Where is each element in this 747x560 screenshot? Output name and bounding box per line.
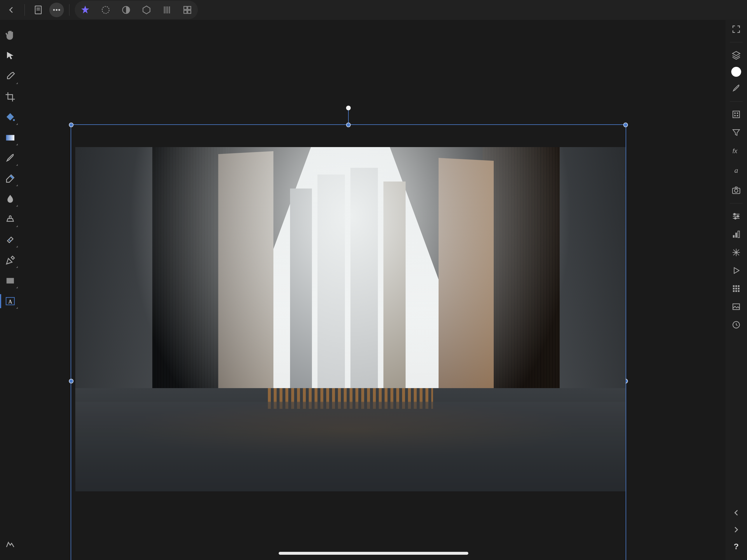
clone-tool[interactable] <box>3 212 17 226</box>
back-button[interactable] <box>3 2 19 18</box>
clock-icon <box>731 320 741 330</box>
crop-tool[interactable] <box>3 90 17 104</box>
selection-bounds[interactable] <box>71 124 626 560</box>
adjustments-panel-button[interactable] <box>730 126 743 139</box>
layers-icon <box>731 50 741 60</box>
submenu-indicator-icon <box>16 144 18 145</box>
separator <box>730 203 743 203</box>
svg-rect-30 <box>733 285 735 287</box>
move-tool[interactable] <box>3 49 17 63</box>
svg-rect-32 <box>738 285 740 287</box>
photo-persona-button[interactable] <box>77 2 93 18</box>
svg-rect-29 <box>738 231 740 238</box>
swatches-panel-button[interactable] <box>730 282 743 295</box>
erase-icon <box>5 173 16 184</box>
colour-panel-button[interactable] <box>731 67 741 77</box>
channels-icon <box>731 109 741 119</box>
svg-rect-28 <box>735 233 737 237</box>
brush-panel-icon <box>731 83 741 93</box>
document-menu-button[interactable] <box>30 2 46 18</box>
histogram-panel-button[interactable] <box>730 228 743 241</box>
grid-3x3-icon <box>731 284 741 294</box>
erase-tool[interactable] <box>3 172 17 185</box>
separator <box>730 42 743 42</box>
submenu-indicator-icon <box>16 205 18 207</box>
rectangle-tool[interactable] <box>3 274 17 288</box>
undo-button[interactable] <box>730 506 743 519</box>
svg-rect-15 <box>733 111 740 118</box>
svg-rect-6 <box>184 6 187 10</box>
rotation-handle[interactable] <box>346 106 351 110</box>
assets-panel-button[interactable] <box>730 300 743 313</box>
svg-point-25 <box>737 215 739 217</box>
canvas[interactable] <box>20 20 725 560</box>
fx-icon: fx <box>731 146 741 156</box>
submenu-indicator-icon <box>16 82 18 84</box>
resize-handle-tr[interactable] <box>623 123 628 127</box>
sliders-panel-button[interactable] <box>730 210 743 223</box>
submenu-indicator-icon <box>16 266 18 268</box>
channels-panel-button[interactable] <box>730 108 743 121</box>
svg-rect-35 <box>738 288 740 289</box>
text-tool[interactable]: A <box>3 294 17 308</box>
document-icon <box>33 5 44 15</box>
flood-fill-tool[interactable] <box>3 110 17 124</box>
home-indicator[interactable] <box>279 552 468 555</box>
filter-funnel-icon <box>731 128 741 137</box>
submenu-indicator-icon <box>16 246 18 248</box>
top-toolbar <box>0 0 747 20</box>
healing-tool[interactable] <box>3 233 17 247</box>
separator <box>730 101 743 102</box>
photo-persona-icon <box>80 5 91 15</box>
left-toolbar: A <box>0 20 20 560</box>
eyedropper-tool[interactable] <box>3 70 17 83</box>
chevron-right-icon <box>731 525 741 535</box>
right-bottom-group: ? <box>730 506 743 560</box>
picture-icon <box>731 302 741 312</box>
redo-button[interactable] <box>730 523 743 536</box>
paint-brush-tool[interactable] <box>3 151 17 165</box>
submenu-indicator-icon <box>16 164 18 166</box>
crop-icon <box>5 91 16 102</box>
pen-tool[interactable] <box>3 253 17 267</box>
more-ellipsis-icon <box>51 5 62 15</box>
gradient-tool[interactable] <box>3 131 17 145</box>
resize-handle-ml[interactable] <box>69 379 74 383</box>
navigator-panel-button[interactable] <box>730 264 743 277</box>
svg-rect-11 <box>6 135 15 141</box>
svg-rect-7 <box>188 6 191 10</box>
tonemap-persona-button[interactable] <box>138 2 155 18</box>
export-persona-button[interactable] <box>159 2 175 18</box>
svg-rect-9 <box>188 10 191 14</box>
hand-tool[interactable] <box>3 29 17 43</box>
submenu-indicator-icon <box>16 307 18 309</box>
smudge-tool[interactable] <box>3 192 17 206</box>
develop-persona-button[interactable] <box>118 2 134 18</box>
more-button[interactable] <box>49 3 64 17</box>
liquify-persona-button[interactable] <box>98 2 114 18</box>
back-arrow-icon <box>6 5 16 15</box>
resize-handle-tl[interactable] <box>69 123 74 127</box>
help-button[interactable]: ? <box>730 540 743 553</box>
liquify-persona-icon <box>100 5 111 15</box>
develop-persona-icon <box>121 5 131 15</box>
fullscreen-button[interactable] <box>730 23 743 35</box>
svg-rect-39 <box>733 304 740 310</box>
right-toolbar: fx a <box>725 20 747 560</box>
transform-panel-button[interactable] <box>730 246 743 259</box>
placed-image[interactable] <box>75 147 626 491</box>
layers-panel-button[interactable] <box>730 49 743 61</box>
sliders-icon <box>731 211 741 221</box>
svg-point-4 <box>102 6 109 14</box>
effects-panel-button[interactable]: fx <box>730 144 743 157</box>
quick-mask-tool[interactable] <box>3 537 17 551</box>
stock-panel-button[interactable] <box>730 184 743 197</box>
history-panel-button[interactable] <box>730 319 743 331</box>
panorama-persona-button[interactable] <box>179 2 196 18</box>
svg-point-18 <box>735 115 735 116</box>
character-panel-button[interactable]: a <box>730 162 743 179</box>
healing-icon <box>5 234 16 246</box>
brush-panel-button[interactable] <box>730 82 743 95</box>
resize-handle-tc[interactable] <box>346 123 351 127</box>
svg-text:A: A <box>8 299 12 305</box>
